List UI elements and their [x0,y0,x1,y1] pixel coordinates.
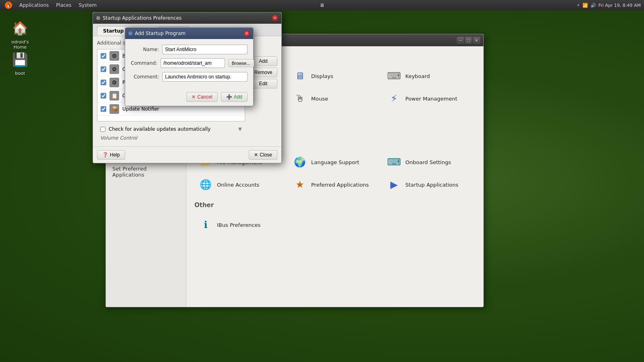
onboard-icon: ⌨ [387,155,401,169]
add-icon: ➕ [226,94,232,100]
cc-item-language[interactable]: 🌍 Language Support [289,152,381,173]
ibus-icon: ℹ [198,218,213,232]
keyboard-icon: ⌨ [387,69,401,83]
mouse-icon: 🖱 [293,91,307,106]
add-footer: ✕ Cancel ➕ Add [125,90,253,106]
taskbar: 🐧 Applications Places System 🖥 ⚡ 📶 🔊 Fri… [0,0,644,10]
add-title: Add Startup Program [135,31,241,36]
help-icon: ❓ [102,152,108,158]
startup-footer-right: ✕ Close [249,150,277,160]
startup-footer: ❓ Help ✕ Close [93,146,281,163]
taskbar-center-icon[interactable]: 🖥 [320,2,324,8]
power-label: Power Management [405,96,457,102]
desktop-icon-boot[interactable]: 💾 boot [4,47,36,78]
cc-item-preferred-apps[interactable]: ★ Preferred Applications [289,174,381,195]
name-input[interactable] [162,45,248,54]
taskbar-right: ⚡ 📶 🔊 Fri Apr 19, 8:49 AM [574,3,644,8]
item-icon-1: ⚙ [109,51,119,61]
startup-close-dialog-btn[interactable]: ✕ Close [249,150,277,160]
online-accounts-label: Online Accounts [217,182,259,188]
preferred-apps-icon: ★ [293,177,307,192]
startup-close-btn[interactable]: ✕ [272,15,278,21]
startup-apps-label: Startup Applications [405,182,458,188]
close-icon: ✕ [254,152,258,158]
mouse-label: Mouse [311,96,328,102]
cc-item-keyboard[interactable]: ⌨ Keyboard [383,66,475,86]
add-startup-dialog: Add Startup Program ✕ Name: Command: Bro… [125,27,254,106]
add-form: Name: Command: Browse... Comment: [125,39,253,90]
ibus-label: IBus Preferences [217,222,260,228]
taskbar-logo[interactable]: 🐧 [2,1,15,10]
add-btn[interactable]: ➕ Add [221,92,248,102]
app-logo: 🐧 [5,2,12,9]
item-checkbox-5[interactable] [101,106,106,112]
browse-btn[interactable]: Browse... [228,59,254,67]
item-icon-4: 📋 [109,91,119,101]
displays-icon: 🖥 [293,69,307,83]
other-section-title: Other [194,202,475,210]
volume-icon: 🔊 [590,3,596,8]
displays-label: Displays [311,73,333,79]
startup-title: Startup Applications Preferences [103,15,269,21]
check-updates-checkbox[interactable] [100,127,105,132]
cc-item-power[interactable]: ⚡ Power Management [383,88,475,109]
item-checkbox-1[interactable] [101,53,106,59]
cc-item-ibus[interactable]: ℹ IBus Preferences [194,214,287,235]
other-grid: ℹ IBus Preferences [194,214,475,235]
language-label: Language Support [311,159,359,165]
home-icon: 🏠 [10,19,30,38]
cc-item-mouse[interactable]: 🖱 Mouse [289,88,381,109]
cancel-btn[interactable]: ✕ Cancel [186,92,217,102]
item-icon-5: 📦 [109,104,119,114]
add-dot [128,31,132,35]
taskbar-applications[interactable]: Applications [16,2,52,9]
startup-titlebar: Startup Applications Preferences ✕ [93,12,281,24]
command-input[interactable] [161,58,225,68]
sidebar-item-preferred-apps[interactable]: Set Preferred Applications [106,164,186,179]
boot-icon: 💾 [10,50,30,69]
preferred-apps-label: Preferred Applications [311,182,369,188]
startup-help-btn[interactable]: ❓ Help [97,150,125,160]
cc-maximize-btn[interactable]: □ [465,37,472,44]
cc-minimize-btn[interactable]: ─ [457,37,464,44]
name-label: Name: [131,47,159,52]
power-icon: ⚡ [387,91,401,106]
item-checkbox-4[interactable] [101,93,106,99]
cc-window-buttons: ─ □ ✕ [457,37,480,44]
cc-item-onboard[interactable]: ⌨ Onboard Settings [383,152,475,173]
startup-footer-left: ❓ Help [97,150,125,160]
taskbar-places[interactable]: Places [53,2,74,9]
cc-item-startup-apps[interactable]: ▶ Startup Applications [383,174,475,195]
name-row: Name: [131,45,248,54]
wifi-icon: 📶 [582,3,588,8]
command-label: Command: [131,60,157,66]
check-updates-label: Check for available updates automaticall… [109,126,211,132]
online-accounts-icon: 🌐 [198,177,213,192]
keyboard-label: Keyboard [405,73,430,79]
startup-dot [96,16,100,20]
cc-item-displays[interactable]: 🖥 Displays [289,66,381,86]
volume-row: Volume Control [97,134,245,142]
item-checkbox-2[interactable] [101,66,106,72]
item-icon-2: ⚙ [109,64,119,74]
item-icon-3: ⚙ [109,78,119,87]
comment-label: Comment: [131,74,159,80]
add-titlebar: Add Startup Program ✕ [125,28,253,39]
onboard-label: Onboard Settings [405,159,451,165]
desktop-icon-home[interactable]: 🏠 odroid's Home [4,16,36,52]
add-close-btn[interactable]: ✕ [244,30,250,37]
command-row: Command: Browse... [131,58,248,68]
startup-apps-icon: ▶ [387,177,401,192]
cc-item-online-accounts[interactable]: 🌐 Online Accounts [194,174,287,195]
item-checkbox-3[interactable] [101,80,106,85]
cancel-icon: ✕ [192,94,196,100]
taskbar-system[interactable]: System [75,2,100,9]
language-icon: 🌍 [293,155,307,169]
bluetooth-icon: ⚡ [577,3,580,8]
datetime: Fri Apr 19, 8:49 AM [599,3,641,8]
cc-close-btn[interactable]: ✕ [473,37,480,44]
comment-row: Comment: [131,72,248,82]
comment-input[interactable] [162,72,248,82]
check-updates-row: Check for available updates automaticall… [97,125,245,134]
